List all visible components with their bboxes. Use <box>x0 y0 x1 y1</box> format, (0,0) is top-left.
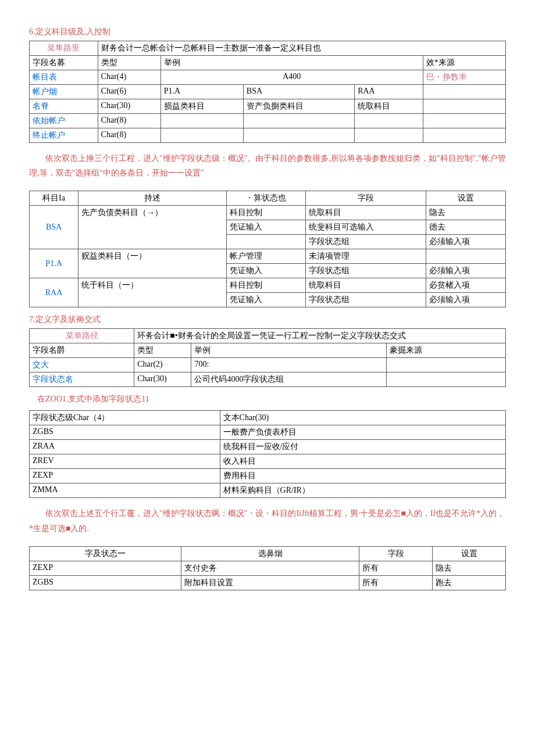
type-cell: Char(6) <box>98 85 160 99</box>
source-cell: 巳・挣数率 <box>423 70 505 85</box>
text-cell: 收入科目 <box>220 454 505 469</box>
field-cell: 交大 <box>30 358 134 372</box>
table2: 科目Ia 持述 ・算状态也 字段 设置 BSA 先产负债类科目（→） 科目控制 … <box>29 191 506 307</box>
text-cell: 统我科目一应收/应付 <box>220 440 505 454</box>
type-cell: Char(8) <box>98 128 160 143</box>
table-row: 菜单路径 环务会计■•财务会计的全局设置一凭证一行工程一控制一定义字段状态交式 <box>30 329 506 343</box>
example-cell <box>243 128 354 143</box>
table-row: 菜隼路里 财务会计一总帐会计一总帐科目一主数据一准备一定义科目也 <box>30 41 506 56</box>
setting-cell: 必须输入项 <box>426 264 506 278</box>
header-text: 文本Char(30) <box>220 411 505 425</box>
table-row: ZREV 收入科目 <box>30 454 506 469</box>
menu-path-value: 财务会计一总帐会计一总帐科目一主数据一准备一定义科目也 <box>98 41 505 56</box>
example-cell: 损益类科目 <box>160 99 243 114</box>
setting-cell: 隐去 <box>426 206 506 220</box>
header-field: 字段 <box>306 191 426 206</box>
field-cell: 统取科目 <box>306 206 426 220</box>
table-row: P1.A 贶益类科目（一） 帐户管理 未清项管理 <box>30 249 506 264</box>
example-cell: P1.A <box>160 85 243 99</box>
example-cell: 资产负捌类科目 <box>243 99 354 114</box>
status-cell: 凭证输入 <box>226 220 306 235</box>
code-cell: ZRAA <box>30 440 220 454</box>
header-desc: 持述 <box>79 191 227 206</box>
header-sel: 选鼻烟 <box>181 546 359 561</box>
sel-cell: 支付史务 <box>181 561 359 575</box>
source-cell <box>423 114 505 128</box>
table-row: 帐目表 Char(4) A400 巳・挣数率 <box>30 70 506 85</box>
header-setting: 设置 <box>433 546 506 561</box>
desc-cell: 贶益类科目（一） <box>79 249 227 278</box>
field-cell: 所有 <box>359 575 433 590</box>
type-cell: Char(2) <box>134 358 191 372</box>
text-cell: 材料采购科目（GR/IR） <box>220 483 505 498</box>
header-type: 类型 <box>98 56 160 70</box>
source-cell <box>423 99 505 114</box>
table-row: 字段状态级Char（4） 文本Char(30) <box>30 411 506 425</box>
status-cell: ZEXP <box>30 561 181 575</box>
setting-cell <box>426 249 506 264</box>
status-cell: 帐户管理 <box>226 249 306 264</box>
header-example: 举例 <box>160 56 423 70</box>
section7-paragraph: 依次双击上述五个行工覆，进入"维护字段状态飒：概况"・设・科目的IiJft植算工… <box>29 506 506 535</box>
table-row: ZGBS 附加科目设置 所有 跑去 <box>30 575 506 590</box>
setting-cell: 必须输入项 <box>426 235 506 249</box>
header-example: 举例 <box>191 343 387 358</box>
setting-cell: 德去 <box>426 220 506 235</box>
section6-heading: 6.定义科目级及,入控制 <box>29 27 506 37</box>
type-cell: Char(30) <box>98 99 160 114</box>
status-cell <box>226 235 306 249</box>
code-cell: ZREV <box>30 454 220 469</box>
code-cell: ZGBS <box>30 425 220 440</box>
header-source: 豪掘来源 <box>387 343 506 358</box>
example-cell <box>160 114 243 128</box>
code-cell: BSA <box>30 206 79 249</box>
field-cell: 统斐科目可选输入 <box>306 220 426 235</box>
field-cell: 帐户烟 <box>30 85 98 99</box>
section6-paragraph: 依次双击上捶三个行工程，进入"维护字段状态级：概况"。由于科目的参数很多,所以将… <box>29 151 506 180</box>
header-field: 字段名募 <box>30 56 98 70</box>
source-cell <box>387 358 506 372</box>
header-status: ・算状态也 <box>226 191 306 206</box>
table-row: 交大 Char(2) 700: <box>30 358 506 372</box>
table-row: BSA 先产负债类科目（→） 科目控制 统取科目 隐去 <box>30 206 506 220</box>
setting-cell: 必须输入项 <box>426 293 506 307</box>
table5: 字及状态一 选鼻烟 字段 设置 ZEXP 支付史务 所有 隐去 ZGBS 附加科… <box>29 546 506 590</box>
desc-cell: 先产负债类科目（→） <box>79 206 227 249</box>
example-cell: RAA <box>355 85 423 99</box>
example-cell <box>355 114 423 128</box>
field-cell: 帐目表 <box>30 70 98 85</box>
type-cell: Char(4) <box>98 70 160 85</box>
example-cell <box>160 128 243 143</box>
setting-cell: 必贫楮入项 <box>426 278 506 293</box>
type-cell: Char(8) <box>98 114 160 128</box>
text-cell: 费用科目 <box>220 469 505 483</box>
table-row: ZEXP 支付史务 所有 隐去 <box>30 561 506 575</box>
field-cell: 所有 <box>359 561 433 575</box>
code-cell: ZMMA <box>30 483 220 498</box>
table-row: 依始帐户 Char(8) <box>30 114 506 128</box>
setting-cell: 跑去 <box>433 575 506 590</box>
table-row: 字段名爵 类型 举例 豪掘来源 <box>30 343 506 358</box>
table1: 菜隼路里 财务会计一总帐会计一总帐科目一主数据一准备一定义科目也 字段名募 类型… <box>29 41 506 143</box>
header-status: 字及状态一 <box>30 546 181 561</box>
source-cell <box>387 372 506 387</box>
table-row: 名脊 Char(30) 损益类科目 资产负捌类科目 统取科目 <box>30 99 506 114</box>
menu-path-label: 菜隼路里 <box>30 41 98 56</box>
header-field: 字段 <box>359 546 433 561</box>
table-row: ZRAA 统我科目一应收/应付 <box>30 440 506 454</box>
header-setting: 设置 <box>426 191 506 206</box>
status-cell: 凭证物入 <box>226 264 306 278</box>
header-code: 科目Ia <box>30 191 79 206</box>
table-row: 终止帐户 Char(8) <box>30 128 506 143</box>
example-cell: 统取科目 <box>355 99 423 114</box>
field-cell: 终止帐户 <box>30 128 98 143</box>
table-row: 字段状态名 Char(30) 公司代码4000字段状态组 <box>30 372 506 387</box>
table3: 菜单路径 环务会计■•财务会计的全局设置一凭证一行工程一控制一定义字段状态交式 … <box>29 328 506 387</box>
desc-cell: 统于科目（一） <box>79 278 227 307</box>
table-row: ZGBS 一般费产负债表杼目 <box>30 425 506 440</box>
status-cell: 科目控制 <box>226 206 306 220</box>
table-row: 字段名募 类型 举例 效*来源 <box>30 56 506 70</box>
type-cell: Char(30) <box>134 372 191 387</box>
field-cell: 字段状态组 <box>306 293 426 307</box>
field-cell: 字段状态组 <box>306 235 426 249</box>
